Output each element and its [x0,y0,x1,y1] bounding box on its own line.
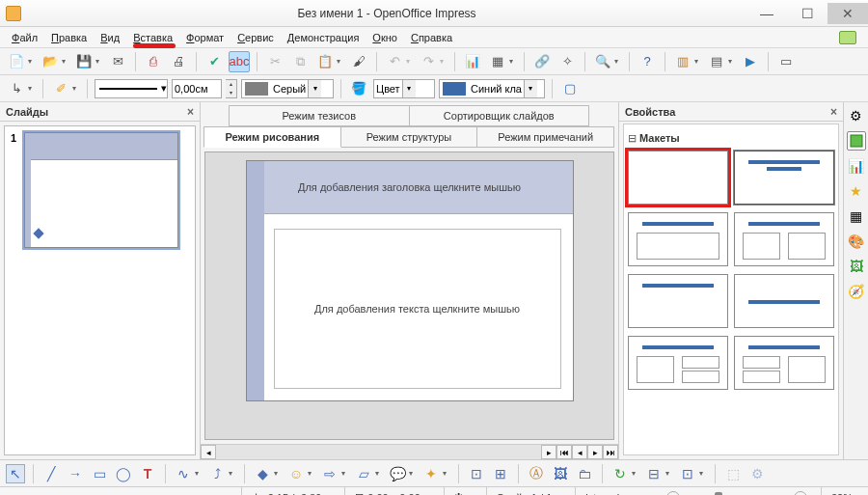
dropdown-icon[interactable]: ▾ [195,469,203,478]
chart-icon[interactable]: 📊 [462,51,483,72]
menu-tools[interactable]: Сервис [231,30,280,45]
arrow-line-icon[interactable]: → [66,464,85,483]
undo-icon[interactable]: ↶ [384,51,405,72]
dropdown-icon[interactable]: ▾ [699,469,707,478]
line-style-selector[interactable]: ▾ [95,79,168,98]
slide-layout-icon[interactable]: ▥ [672,51,693,72]
paste-icon[interactable]: 📋 [314,51,336,72]
table-icon[interactable]: ▦ [487,51,508,72]
arrow-select-icon[interactable]: ↳ [6,78,27,99]
prev-slide-icon[interactable]: ◂ [572,445,587,459]
line-color-combo[interactable]: Серый ▾ [241,79,334,98]
menu-slideshow[interactable]: Демонстрация [282,30,366,45]
dropdown-icon[interactable]: ▾ [28,57,36,66]
basic-shapes-icon[interactable]: ◆ [253,464,272,483]
layout-blank[interactable] [628,151,728,205]
dropdown-icon[interactable]: ▾ [694,57,702,66]
line-color-icon[interactable]: ✐ [50,78,71,99]
fill-type-combo[interactable]: Цвет ▾ [373,79,435,98]
layouts-section-title[interactable]: Макеты [628,130,834,151]
dropdown-icon[interactable]: ▾ [524,80,537,97]
rotate-icon[interactable]: ↻ [610,464,630,483]
open-icon[interactable]: 📂 [40,51,61,72]
interaction-icon[interactable]: ⚙ [747,464,767,483]
tab-notes-mode[interactable]: Режим примечаний [476,126,614,148]
dropdown-icon[interactable]: ▾ [341,469,349,478]
print-icon[interactable]: 🖨 [168,51,189,72]
layout-three-box[interactable] [628,336,728,390]
dropdown-icon[interactable]: ▾ [274,469,282,478]
slide-canvas-viewport[interactable]: Для добавления заголовка щелкните мышью … [204,151,614,440]
last-slide-icon[interactable]: ⏭ [603,445,618,459]
menu-view[interactable]: Вид [95,30,125,45]
menu-file[interactable]: Файл [6,30,43,45]
flowchart-icon[interactable]: ▱ [354,464,373,483]
close-button[interactable]: ✕ [827,3,868,24]
horizontal-scrollbar[interactable]: ◂ ▸ ⏮ ◂ ▸ ⏭ [201,444,618,459]
layout-centered[interactable] [734,274,834,328]
menu-format[interactable]: Формат [180,30,230,45]
dropdown-icon[interactable]: ▾ [337,57,344,66]
save-icon[interactable]: 💾 [73,51,95,72]
align-icon[interactable]: ⊟ [644,464,664,483]
zoom-percent[interactable]: 32% [821,487,862,495]
dropdown-icon[interactable]: ▾ [95,57,103,66]
spellcheck-icon[interactable]: ✔ [203,51,225,72]
zoom-in-button[interactable]: + [794,491,807,496]
format-paint-icon[interactable]: 🖌 [348,51,369,72]
maximize-button[interactable]: ☐ [787,3,827,24]
dropdown-icon[interactable]: ▾ [632,469,639,478]
extrusion-icon[interactable]: ⬚ [723,464,743,483]
dropdown-icon[interactable]: ▾ [72,84,80,93]
new-doc-icon[interactable]: 📄 [6,51,27,72]
menu-help[interactable]: Справка [405,30,458,45]
curve-icon[interactable]: ∿ [174,464,193,483]
scroll-left-icon[interactable]: ◂ [201,445,216,459]
dropdown-icon[interactable]: ▾ [614,57,622,66]
symbol-shapes-icon[interactable]: ☺ [286,464,306,483]
minimize-button[interactable]: — [746,3,787,24]
dropdown-icon[interactable]: ▾ [509,57,517,66]
dropdown-icon[interactable]: ▾ [728,57,736,66]
help-icon[interactable]: ? [637,51,658,72]
redo-icon[interactable]: ↷ [418,51,439,72]
pointer-icon[interactable]: ↖ [6,464,25,483]
dropdown-icon[interactable]: ▾ [440,57,448,66]
dropdown-icon[interactable]: ▾ [308,80,321,97]
layout-title[interactable] [734,151,834,205]
zoom-knob[interactable] [715,492,722,496]
fill-color-combo[interactable]: Синий кла ▾ [439,79,545,98]
points-edit-icon[interactable]: ⊡ [467,464,486,483]
fill-icon[interactable]: 🪣 [348,78,369,99]
title-placeholder[interactable]: Для добавления заголовка щелкните мышью [247,161,573,214]
cut-icon[interactable]: ✂ [264,51,285,72]
panel-close-icon[interactable]: × [187,105,194,119]
ellipse-icon[interactable]: ◯ [114,464,133,483]
hyperlink-icon[interactable]: 🔗 [531,51,553,72]
sidebar-animation-icon[interactable]: ★ [847,181,866,201]
update-icon[interactable] [839,31,856,44]
fontwork-icon[interactable]: Ⓐ [527,464,546,483]
panel-close-icon[interactable]: × [830,105,837,119]
text-icon[interactable]: T [138,464,157,483]
next-slide-icon[interactable]: ▸ [587,445,603,459]
autospell-icon[interactable]: abc [229,51,250,72]
sidebar-properties-icon[interactable] [847,131,866,151]
arrange-icon[interactable]: ⊡ [678,464,697,483]
dropdown-icon[interactable]: ▾ [406,57,414,66]
body-placeholder[interactable]: Для добавления текста щелкните мышью [274,229,561,389]
line-width-spinner[interactable]: ▴▾ [226,79,237,98]
layout-three-box-alt[interactable] [734,336,834,390]
dropdown-icon[interactable]: ▾ [62,57,69,66]
slideshow-icon[interactable]: ▶ [740,51,761,72]
first-slide-icon[interactable]: ⏮ [556,445,572,459]
slide-canvas[interactable]: Для добавления заголовка щелкните мышью … [246,160,574,401]
gallery-open-icon[interactable]: 🗀 [575,464,594,483]
scroll-track[interactable] [216,445,541,459]
sidebar-transition-icon[interactable]: ▦ [847,206,866,226]
dropdown-icon[interactable]: ▾ [409,469,417,478]
stars-icon[interactable]: ✦ [421,464,441,483]
slides-list[interactable]: 1 [4,125,196,455]
sidebar-master-icon[interactable]: 📊 [847,156,866,176]
sidebar-gallery-icon[interactable]: 🖼 [847,257,866,276]
